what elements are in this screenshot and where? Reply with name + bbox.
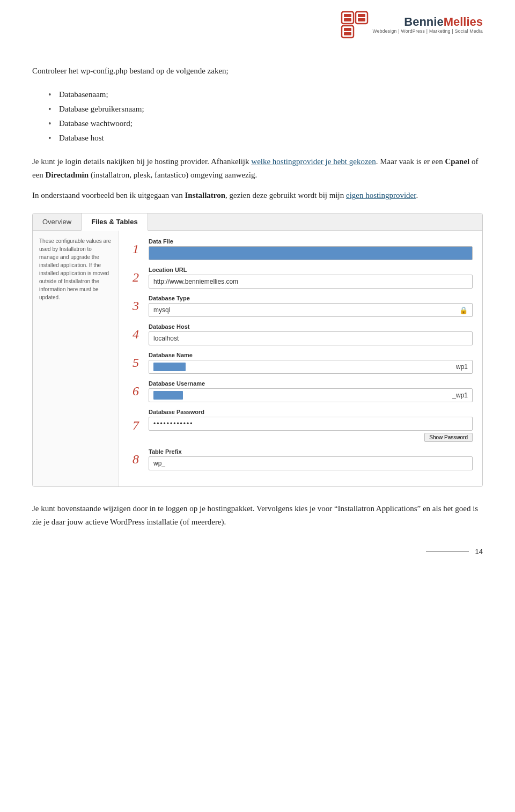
field-database-type: 3 Database Type mysql 🔒	[128, 295, 473, 317]
footer: 14	[426, 548, 483, 556]
panel-main: 1 Data File 2 Location URL	[119, 231, 482, 486]
svg-rect-5	[358, 18, 365, 21]
field-value-database-password[interactable]: ••••••••••••	[149, 417, 473, 431]
svg-rect-4	[358, 14, 365, 17]
bullet-list: Databasenaam; Database gebruikersnaam; D…	[48, 87, 483, 145]
field-location-url: 2 Location URL http://www.benniemellies.…	[128, 267, 473, 289]
field-label-database-password: Database Password	[149, 409, 473, 415]
field-table-prefix: 8 Table Prefix wp_	[128, 448, 473, 470]
list-item: Database host	[48, 131, 483, 145]
panel-sidebar-text: These configurable values are used by In…	[33, 231, 119, 486]
tab-files-tables[interactable]: Files & Tables	[82, 213, 148, 231]
field-label-database-type: Database Type	[149, 295, 473, 301]
show-password-button[interactable]: Show Password	[424, 433, 473, 442]
field-database-host: 4 Database Host localhost	[128, 323, 473, 345]
installatron-panel: Overview Files & Tables These configurab…	[32, 213, 483, 487]
svg-rect-2	[344, 18, 351, 21]
field-value-database-host[interactable]: localhost	[149, 331, 473, 345]
logo-tagline: Webdesign | WordPress | Marketing | Soci…	[373, 28, 483, 34]
panel-tabs: Overview Files & Tables	[33, 213, 482, 231]
eigen-hosting-link[interactable]: eigen hostingprovider	[346, 191, 416, 200]
svg-rect-0	[342, 12, 354, 24]
field-value-database-type[interactable]: mysql 🔒	[149, 303, 473, 317]
field-label-data-file: Data File	[149, 238, 473, 245]
field-label-database-host: Database Host	[149, 323, 473, 330]
field-number-8: 8	[128, 452, 143, 467]
hosting-provider-link[interactable]: welke hostingprovider je hebt gekozen	[251, 157, 376, 166]
list-item: Database gebruikersnaam;	[48, 102, 483, 116]
logo-area: BennieMellies Webdesign | WordPress | Ma…	[341, 11, 483, 39]
field-label-table-prefix: Table Prefix	[149, 448, 473, 455]
field-database-username: 6 Database Username _wp1	[128, 380, 473, 402]
logo-icon	[341, 11, 369, 39]
field-number-5: 5	[128, 356, 143, 370]
logo-name: BennieMellies	[373, 16, 483, 28]
field-number-3: 3	[128, 299, 143, 313]
field-label-location-url: Location URL	[149, 267, 473, 273]
svg-rect-8	[344, 32, 351, 35]
field-database-password: 7 Database Password •••••••••••• Show Pa…	[128, 409, 473, 442]
field-number-7: 7	[128, 418, 143, 433]
list-item: Database wachtwoord;	[48, 116, 483, 131]
field-value-data-file[interactable]	[149, 246, 473, 260]
svg-rect-7	[344, 28, 351, 31]
field-value-table-prefix[interactable]: wp_	[149, 456, 473, 470]
field-number-1: 1	[128, 242, 143, 256]
svg-rect-3	[356, 12, 367, 24]
field-data-file: 1 Data File	[128, 238, 473, 260]
intro-line1: Controleer het wp-config.php bestand op …	[32, 64, 483, 78]
field-number-4: 4	[128, 327, 143, 342]
lock-icon: 🔒	[459, 306, 468, 314]
field-number-2: 2	[128, 270, 143, 285]
footer-divider	[426, 551, 469, 552]
page-number: 14	[475, 548, 483, 556]
para-hosting: Je kunt je login details nakijken bij je…	[32, 155, 483, 182]
field-database-name: 5 Database Name wp1	[128, 352, 473, 374]
tab-overview[interactable]: Overview	[33, 213, 82, 230]
footer-paragraph: Je kunt bovenstaande wijzigen door in te…	[32, 502, 483, 529]
field-number-6: 6	[128, 384, 143, 398]
field-label-database-username: Database Username	[149, 380, 473, 387]
svg-rect-1	[344, 14, 351, 17]
field-label-database-name: Database Name	[149, 352, 473, 358]
field-value-database-name[interactable]: wp1	[149, 360, 473, 374]
svg-rect-6	[342, 26, 354, 38]
list-item: Databasenaam;	[48, 87, 483, 102]
field-value-location-url[interactable]: http://www.benniemellies.com	[149, 275, 473, 289]
para-installatron: In onderstaand voorbeeld ben ik uitgegaa…	[32, 189, 483, 202]
field-value-database-username[interactable]: _wp1	[149, 388, 473, 402]
